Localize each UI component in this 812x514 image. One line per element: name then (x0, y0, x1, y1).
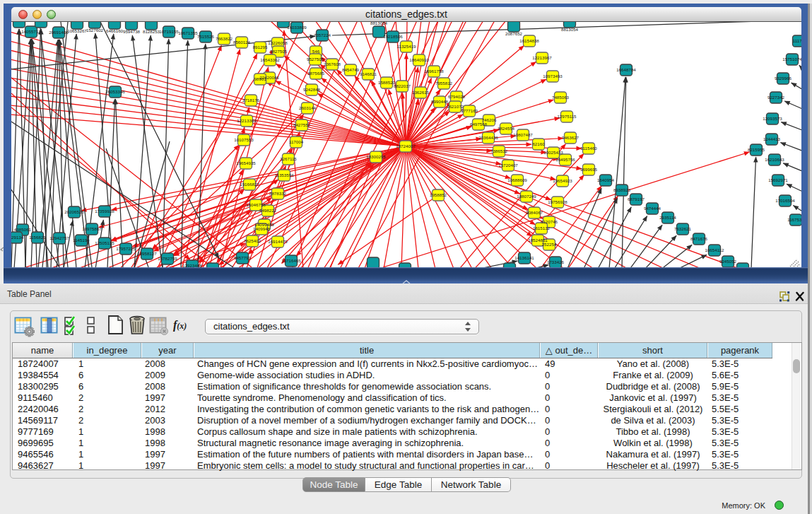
svg-text:16046756: 16046756 (246, 202, 266, 207)
svg-text:6794028: 6794028 (448, 94, 466, 99)
svg-text:8878332: 8878332 (269, 191, 287, 196)
svg-text:9084067: 9084067 (526, 210, 543, 215)
svg-text:9474444: 9474444 (644, 206, 661, 211)
svg-text:17016504: 17016504 (775, 198, 795, 203)
svg-text:8822037: 8822037 (394, 83, 411, 88)
svg-text:11325419: 11325419 (396, 44, 416, 49)
svg-text:9827505: 9827505 (270, 49, 288, 54)
svg-text:7515526: 7515526 (197, 34, 215, 39)
svg-text:20206526: 20206526 (64, 209, 84, 214)
svg-text:7485063: 7485063 (552, 95, 570, 100)
svg-text:2367608: 2367608 (324, 62, 341, 66)
svg-text:7663822: 7663822 (216, 36, 233, 41)
svg-text:10807487: 10807487 (513, 132, 533, 137)
svg-text:9594738: 9594738 (123, 29, 141, 34)
svg-text:17957225: 17957225 (116, 246, 136, 251)
svg-text:8215955: 8215955 (748, 147, 765, 152)
svg-text:8471676: 8471676 (690, 236, 708, 241)
svg-text:7632621: 7632621 (674, 226, 692, 231)
svg-text:9242848: 9242848 (303, 87, 321, 92)
svg-text:13226058: 13226058 (268, 40, 288, 45)
svg-text:2935114: 2935114 (659, 215, 676, 220)
svg-text:9329966: 9329966 (775, 76, 792, 81)
svg-text:8427552: 8427552 (293, 122, 311, 127)
svg-text:1640954: 1640954 (597, 177, 615, 182)
svg-text:16648784: 16648784 (616, 67, 636, 72)
svg-text:11353594: 11353594 (274, 173, 294, 177)
svg-text:7625402: 7625402 (244, 238, 261, 243)
svg-text:11173: 11173 (793, 38, 801, 43)
svg-text:10654112: 10654112 (705, 247, 724, 252)
svg-text:20364436: 20364436 (478, 135, 498, 140)
svg-text:546: 546 (312, 49, 320, 54)
svg-text:1167533: 1167533 (787, 217, 801, 222)
svg-text:1244413: 1244413 (763, 136, 781, 141)
svg-text:10975867: 10975867 (82, 226, 102, 231)
svg-text:12923468: 12923468 (182, 263, 202, 267)
svg-text:15720407: 15720407 (498, 163, 518, 168)
svg-text:1156829: 1156829 (29, 235, 46, 240)
svg-text:6120746: 6120746 (541, 219, 558, 224)
svg-text:19218506: 19218506 (383, 34, 403, 39)
svg-text:1409948: 1409948 (253, 226, 271, 231)
svg-text:2603144: 2603144 (299, 105, 317, 110)
svg-text:1958852: 1958852 (430, 192, 447, 197)
svg-text:16495756: 16495756 (555, 157, 575, 162)
svg-text:12213967: 12213967 (532, 55, 552, 60)
svg-text:8560124: 8560124 (233, 40, 251, 45)
svg-text:4385061: 4385061 (14, 227, 32, 232)
svg-text:10688609: 10688609 (507, 177, 527, 182)
svg-text:1733426: 1733426 (547, 259, 565, 264)
svg-text:9777169: 9777169 (461, 108, 478, 113)
svg-text:19166827: 19166827 (240, 182, 259, 187)
svg-text:1292346: 1292346 (204, 266, 222, 267)
svg-text:8128253: 8128253 (143, 29, 160, 34)
svg-text:16033809: 16033809 (287, 25, 307, 30)
svg-text:10107553: 10107553 (234, 137, 254, 142)
svg-text:8813054: 8813054 (561, 27, 579, 32)
svg-text:10973493: 10973493 (543, 74, 563, 78)
svg-text:9115460: 9115460 (580, 146, 597, 151)
svg-text:7386532: 7386532 (490, 148, 508, 153)
svg-text:8813054: 8813054 (370, 22, 388, 25)
svg-text:9527505: 9527505 (307, 57, 324, 62)
svg-text:19654923: 19654923 (553, 178, 572, 183)
svg-text:3875685: 3875685 (307, 71, 325, 76)
svg-text:1588520: 1588520 (378, 80, 396, 85)
svg-text:8454749: 8454749 (342, 67, 360, 72)
svg-text:9227342: 9227342 (767, 95, 785, 100)
svg-text:1615132: 1615132 (533, 226, 551, 230)
svg-text:14055713: 14055713 (21, 29, 41, 34)
svg-text:5498222: 5498222 (259, 208, 277, 213)
svg-text:15716465: 15716465 (281, 258, 301, 263)
svg-text:891295: 891295 (253, 45, 268, 49)
svg-text:117004: 117004 (289, 139, 304, 144)
svg-text:12213369: 12213369 (237, 118, 257, 123)
svg-text:9457791: 9457791 (234, 255, 252, 260)
svg-text:9146821: 9146821 (360, 71, 377, 76)
svg-text:6497568: 6497568 (470, 122, 488, 127)
svg-text:7955812: 7955812 (435, 81, 453, 86)
svg-text:16210643: 16210643 (765, 157, 784, 162)
svg-text:1145194: 1145194 (73, 238, 90, 243)
svg-text:9245052: 9245052 (719, 259, 737, 264)
svg-text:3824554: 3824554 (498, 126, 515, 131)
svg-text:9699695: 9699695 (580, 167, 598, 172)
svg-text:17359928: 17359928 (95, 209, 114, 214)
svg-text:8990448: 8990448 (431, 99, 449, 104)
svg-text:62160: 62160 (532, 141, 545, 146)
svg-text:6466160: 6466160 (106, 28, 124, 33)
svg-text:18300295: 18300295 (366, 154, 386, 159)
svg-text:10653267: 10653267 (67, 28, 87, 33)
svg-text:19756928: 19756928 (548, 199, 567, 204)
svg-text:1527602: 1527602 (86, 28, 104, 33)
svg-text:18807249: 18807249 (517, 194, 536, 199)
svg-text:3267115: 3267115 (280, 156, 297, 161)
svg-text:15692971: 15692971 (768, 177, 788, 182)
svg-text:15751074: 15751074 (782, 57, 801, 62)
svg-text:2087652: 2087652 (505, 31, 523, 36)
svg-text:18724007: 18724007 (396, 144, 416, 148)
svg-text:14136141: 14136141 (514, 255, 534, 260)
svg-text:10719155: 10719155 (159, 29, 179, 34)
svg-text:16782759: 16782759 (158, 256, 177, 261)
